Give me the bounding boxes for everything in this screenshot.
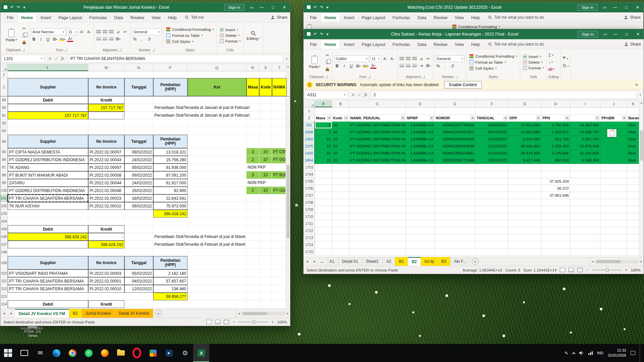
- zoom-slider[interactable]: [238, 321, 268, 322]
- taskbar-opera-icon[interactable]: [129, 344, 145, 362]
- cell-Q99[interactable]: [187, 179, 247, 187]
- align-right-icon[interactable]: [109, 37, 114, 41]
- row-header-101[interactable]: 101: [0, 194, 8, 202]
- cell-D1705[interactable]: [406, 178, 435, 185]
- cell-R96[interactable]: 2: [247, 156, 259, 164]
- cell-P112[interactable]: 136.460: [153, 285, 187, 293]
- cell-T110[interactable]: [272, 269, 287, 277]
- cell-T112[interactable]: [272, 285, 287, 293]
- cell-A1712[interactable]: [315, 227, 332, 234]
- cell-L106[interactable]: 398.428.242: [8, 233, 88, 241]
- cell-R89[interactable]: [247, 96, 259, 104]
- cell-G1360[interactable]: 5.016.000: [508, 136, 541, 143]
- tell-me-box[interactable]: Tell me: [185, 15, 204, 20]
- cell-B1703[interactable]: [332, 164, 349, 171]
- row-header-1710[interactable]: 1710: [304, 213, 315, 220]
- cell-S91[interactable]: [259, 112, 272, 119]
- cell-A1708[interactable]: [315, 199, 332, 206]
- cell-N100[interactable]: 25/02/2022: [124, 187, 153, 194]
- cell-T111[interactable]: [272, 277, 287, 285]
- cell-D1715[interactable]: [406, 248, 435, 255]
- row-header-110[interactable]: 110: [0, 269, 8, 277]
- cell-H1707[interactable]: 37.961.696: [541, 192, 570, 199]
- cell-H1706[interactable]: 36.372: [541, 185, 570, 192]
- cell-D1068[interactable]: 1,64388E+13: [406, 129, 435, 136]
- cell-P106[interactable]: Persediaan StokTersedia di Febuari di ju…: [153, 233, 187, 241]
- row-header-1375[interactable]: 1375: [304, 143, 315, 150]
- ribbon-tab-file[interactable]: File: [3, 13, 17, 22]
- formula-bar-expand-icon[interactable]: ▾: [284, 57, 289, 60]
- sheet-tab-list-bj[interactable]: list bj: [421, 257, 438, 266]
- cell-D1375[interactable]: 1,64388E+13: [406, 143, 435, 150]
- cell-T105[interactable]: [272, 225, 287, 233]
- copy-button[interactable]: [21, 33, 27, 39]
- cell-Q2[interactable]: Ket: [187, 78, 247, 96]
- cell-G1705[interactable]: [508, 178, 541, 185]
- undo-icon[interactable]: ↶: [314, 32, 317, 36]
- volume-icon[interactable]: [579, 351, 584, 355]
- percent-style-button[interactable]: %: [132, 36, 138, 42]
- cell-B1707[interactable]: [332, 192, 349, 199]
- underline-button[interactable]: U: [45, 36, 51, 42]
- cell-Q94[interactable]: [187, 135, 247, 148]
- hidden-icons-chevron-icon[interactable]: [573, 351, 575, 355]
- cell-A1703[interactable]: [315, 164, 332, 171]
- grow-font-button[interactable]: A↑: [79, 29, 85, 35]
- save-icon[interactable]: [307, 5, 311, 10]
- orientation-button[interactable]: ⊿: [418, 56, 424, 62]
- row-header-111[interactable]: 111: [0, 277, 8, 285]
- cell-M92[interactable]: [88, 119, 124, 127]
- cell-R93[interactable]: [247, 127, 259, 135]
- sheet-tab-a2[interactable]: A2: [383, 257, 395, 266]
- minimize-button[interactable]: —: [256, 2, 267, 12]
- cell-R104[interactable]: [247, 218, 259, 225]
- cell-G1709[interactable]: [508, 206, 541, 213]
- save-icon[interactable]: [307, 32, 311, 37]
- cell-L92[interactable]: [8, 119, 88, 127]
- cell-N107[interactable]: [124, 241, 153, 248]
- zoom-level[interactable]: 100%: [277, 320, 287, 324]
- cell-J1454[interactable]: -: [600, 157, 627, 164]
- conditional-formatting-button[interactable]: Conditional Formatting▾: [468, 54, 518, 59]
- sheet-tab-a1[interactable]: A1: [326, 257, 338, 266]
- font-color-button[interactable]: A▾: [370, 63, 376, 69]
- row-header-2[interactable]: 2: [0, 78, 8, 96]
- cell-C311[interactable]: PT GODREJ DISTRIBUTION INDONESIA: [349, 122, 406, 129]
- cell-T93[interactable]: [272, 127, 287, 135]
- redo-icon[interactable]: ↷: [17, 5, 20, 9]
- row-header-89[interactable]: 89: [0, 96, 8, 104]
- number-format-select[interactable]: General▾: [132, 28, 161, 35]
- cell-S113[interactable]: [259, 293, 272, 300]
- cell-Q113[interactable]: [187, 293, 247, 300]
- share-button[interactable]: Share: [624, 42, 641, 47]
- cell-F1711[interactable]: [476, 220, 508, 227]
- cell-G1710[interactable]: [508, 213, 541, 220]
- taskbar-task-view-icon[interactable]: [16, 344, 32, 362]
- cell-J1704[interactable]: [600, 171, 627, 178]
- select-all-corner[interactable]: [0, 64, 8, 71]
- cell-N98[interactable]: 09/02/2022: [124, 171, 153, 179]
- italic-button[interactable]: I: [38, 36, 44, 42]
- editing-button[interactable]: Editing▾: [245, 29, 261, 42]
- cell-C1706[interactable]: [349, 185, 406, 192]
- cell-I1709[interactable]: [570, 206, 600, 213]
- row-header-108[interactable]: 108: [0, 248, 8, 256]
- row-header-1705[interactable]: 1705: [304, 178, 315, 185]
- select-all-corner[interactable]: [304, 100, 315, 107]
- cell-J1703[interactable]: [600, 164, 627, 171]
- column-header-L[interactable]: L: [8, 64, 88, 71]
- cell-C1704[interactable]: [349, 171, 406, 178]
- cell-L111[interactable]: PT TRI CAHAYA SEJAHTERA BERSAMA: [8, 277, 88, 285]
- cell-M107[interactable]: 398.428.242: [88, 241, 124, 248]
- cell-Q114[interactable]: [187, 300, 247, 308]
- new-sheet-button[interactable]: +: [155, 310, 162, 317]
- cell-J1713[interactable]: [600, 234, 627, 241]
- cell-R114[interactable]: [247, 300, 259, 308]
- minimize-button[interactable]: —: [609, 2, 621, 12]
- cell-H1709[interactable]: [541, 206, 570, 213]
- cell-L109[interactable]: Supplier: [8, 256, 88, 269]
- conditional-formatting-button[interactable]: Conditional Formatting▾: [165, 27, 215, 32]
- cell-M97[interactable]: PI.2022.02.00057: [88, 164, 124, 171]
- formula-input[interactable]: PT TRI CAHAYA SEJAHTERA BERSAMA: [68, 55, 283, 63]
- cell-P107[interactable]: Persediaan StokTersedia di Febuari di ju…: [153, 241, 187, 248]
